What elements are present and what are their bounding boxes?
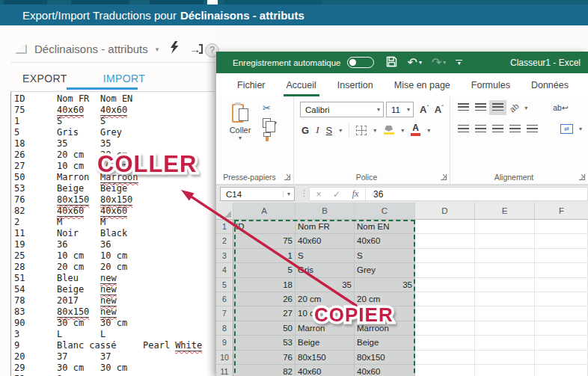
format-painter-icon[interactable]	[263, 132, 272, 141]
cell-b[interactable]: 40x60	[295, 365, 355, 376]
bold-button[interactable]: G	[301, 125, 309, 136]
align-left-icon[interactable]	[458, 125, 469, 134]
name-box[interactable]: C14▾	[220, 187, 295, 201]
cell-d[interactable]	[415, 234, 475, 248]
cell-b[interactable]: Nom FR	[295, 220, 355, 234]
ribbon-tab-insertion[interactable]: Insertion	[327, 73, 384, 96]
cell-f[interactable]	[535, 220, 588, 234]
cell-a[interactable]: 5	[233, 263, 295, 277]
cell-c[interactable]: Grey	[355, 263, 415, 277]
cell-f[interactable]	[535, 263, 588, 277]
cell-d[interactable]	[415, 336, 475, 350]
align-middle-icon[interactable]	[475, 103, 486, 112]
cell-b[interactable]: 80x150	[295, 351, 355, 365]
cell-e[interactable]	[475, 365, 535, 376]
cell-d[interactable]	[415, 263, 475, 277]
tab-import[interactable]: IMPORT	[103, 73, 146, 84]
align-bottom-icon[interactable]	[492, 103, 503, 112]
cell-e[interactable]	[475, 292, 535, 306]
cell-d[interactable]	[415, 292, 475, 306]
ribbon-tab-formules[interactable]: Formules	[461, 73, 521, 96]
row-header[interactable]: 5	[216, 278, 233, 292]
cell-a[interactable]: ID	[233, 220, 295, 234]
cell-e[interactable]	[475, 321, 535, 336]
ribbon-tab-donnees[interactable]: Données	[521, 73, 579, 96]
underline-button[interactable]: S	[325, 125, 332, 136]
grow-font-button[interactable]: Aˆ	[420, 104, 429, 115]
cell-f[interactable]	[535, 365, 588, 376]
cell-d[interactable]	[415, 249, 475, 263]
cell-e[interactable]	[475, 336, 535, 350]
cell-d[interactable]	[415, 306, 475, 321]
font-size-select[interactable]: 11▾	[386, 102, 414, 117]
redo-button[interactable]: ↷▾	[432, 58, 446, 68]
cancel-icon[interactable]: ×	[310, 189, 328, 200]
cell-d[interactable]	[415, 365, 475, 376]
row-header[interactable]: 1	[216, 220, 233, 234]
cell-a[interactable]: 27	[233, 306, 295, 321]
cell-b[interactable]: Beige	[295, 336, 355, 350]
cut-icon[interactable]: ✂	[263, 102, 271, 114]
align-top-icon[interactable]	[458, 103, 469, 112]
cell-f[interactable]	[535, 278, 588, 292]
row-header[interactable]: 2	[216, 234, 233, 248]
paste-button[interactable]: Coller ▾	[224, 102, 257, 141]
chevron-down-icon[interactable]: ▾	[156, 46, 159, 53]
save-icon[interactable]	[386, 56, 397, 70]
customize-qat-icon[interactable]: ▾	[456, 60, 462, 66]
undo-button[interactable]: ↶▾	[407, 58, 421, 68]
merge-center-icon[interactable]: ⇄	[560, 124, 573, 134]
cell-a[interactable]: 18	[233, 278, 295, 292]
row-header[interactable]: 4	[216, 263, 233, 277]
orientation-icon[interactable]: ab	[508, 101, 521, 114]
row-header[interactable]: 7	[216, 306, 233, 321]
column-header-d[interactable]: D	[415, 203, 475, 220]
cell-e[interactable]	[475, 249, 535, 263]
font-color-icon[interactable]: A	[411, 124, 420, 136]
cell-e[interactable]	[475, 351, 535, 365]
ribbon-tab-mise-en-page[interactable]: Mise en page	[384, 73, 461, 96]
copy-button[interactable]: ▾	[263, 118, 277, 128]
cell-a[interactable]: 53	[233, 336, 295, 350]
cell-c[interactable]: 40x60	[355, 234, 415, 248]
cell-d[interactable]	[415, 351, 475, 365]
increase-indent-icon[interactable]	[527, 125, 538, 134]
decrease-indent-icon[interactable]	[509, 125, 521, 134]
row-header[interactable]: 11	[216, 365, 233, 376]
cell-a[interactable]: 82	[233, 365, 295, 376]
row-header[interactable]: 9	[216, 336, 233, 350]
cell-c[interactable]: Beige	[355, 336, 415, 350]
borders-icon[interactable]	[356, 126, 367, 135]
cell-d[interactable]	[415, 220, 475, 234]
cell-a[interactable]: 75	[233, 234, 295, 248]
wrap-text-icon[interactable]: ab↩	[553, 103, 569, 112]
select-all-corner[interactable]	[216, 203, 233, 220]
cell-b[interactable]: 40x60	[295, 234, 355, 248]
cell-e[interactable]	[475, 263, 535, 277]
cell-c[interactable]: 35	[355, 278, 415, 292]
enter-icon[interactable]: ✓	[328, 189, 346, 200]
ribbon-tab-fichier[interactable]: Fichier	[227, 73, 276, 96]
row-header[interactable]: 10	[216, 351, 233, 365]
cell-d[interactable]	[415, 278, 475, 292]
sign-in-icon[interactable]: →	[189, 44, 203, 54]
cell-f[interactable]	[535, 292, 588, 306]
cell-d[interactable]	[415, 321, 475, 336]
clipboard-dialog-launcher-icon[interactable]	[284, 174, 290, 180]
font-name-select[interactable]: Calibri▾	[300, 102, 384, 117]
align-center-icon[interactable]	[475, 125, 486, 134]
row-header[interactable]: 3	[216, 249, 233, 263]
entity-selector-label[interactable]: Déclinaisons - attributs	[34, 43, 148, 55]
row-header[interactable]: 6	[216, 292, 233, 306]
cell-c[interactable]: S	[355, 249, 415, 263]
cell-f[interactable]	[535, 249, 588, 263]
alignment-dialog-launcher-icon[interactable]	[579, 174, 585, 180]
ribbon-tab-accueil[interactable]: Accueil	[276, 73, 327, 96]
cell-c[interactable]: 80x150	[355, 351, 415, 365]
insert-function-icon[interactable]: fx	[346, 188, 365, 200]
cell-a[interactable]: 26	[233, 292, 295, 306]
cell-c[interactable]: Nom EN	[355, 220, 415, 234]
cell-c[interactable]: 40x60	[355, 365, 415, 376]
cell-a[interactable]: 76	[233, 351, 295, 365]
cell-e[interactable]	[475, 234, 535, 248]
